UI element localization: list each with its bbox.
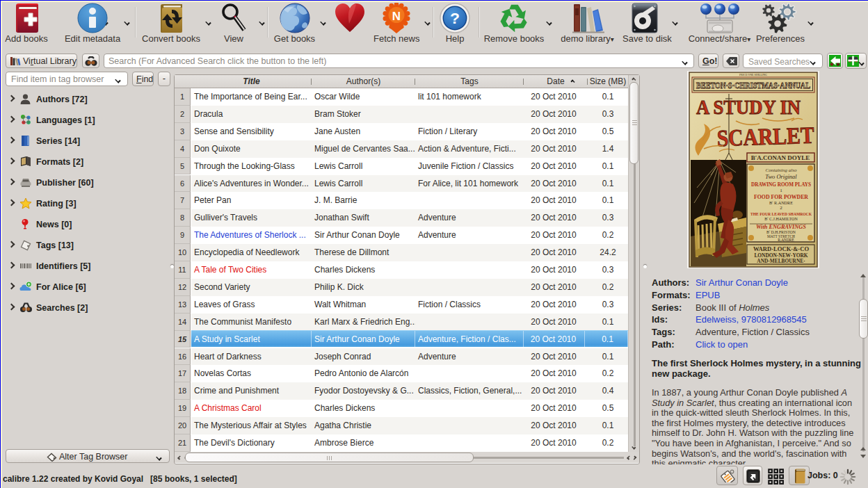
svg-text:SCARLET: SCARLET xyxy=(716,122,814,152)
svg-text:WARD·LOCK·&·CO: WARD·LOCK·&·CO xyxy=(753,245,810,252)
svg-text:Containing also: Containing also xyxy=(766,168,797,173)
svg-text:R.ANDRÉ: R.ANDRÉ xyxy=(778,237,794,242)
svg-text:Bʹ R.ANDRE: Bʹ R.ANDRE xyxy=(769,200,793,205)
svg-text:FOOD FOR POWDER: FOOD FOR POWDER xyxy=(754,193,809,200)
svg-text:2: 2 xyxy=(780,205,782,211)
svg-text:BʹA.CONAN DOYLE: BʹA.CONAN DOYLE xyxy=(751,154,810,161)
svg-text:PRICE ONE SHILLING: PRICE ONE SHILLING xyxy=(739,73,767,76)
svg-text:THE FOUR LEAVED SHAMROCK: THE FOUR LEAVED SHAMROCK xyxy=(750,211,812,216)
svg-text:DRAWING ROOM PLAYS: DRAWING ROOM PLAYS xyxy=(751,181,811,188)
svg-text:AND·MELBOURNE·: AND·MELBOURNE· xyxy=(757,258,805,264)
svg-text:Two Original: Two Original xyxy=(765,173,797,180)
svg-text:?: ? xyxy=(450,9,460,27)
svg-text:A STUDY IN: A STUDY IN xyxy=(696,96,801,118)
svg-text:Bʹ C.J.HAMILTON: Bʹ C.J.HAMILTON xyxy=(764,217,798,221)
svg-text:1: 1 xyxy=(780,188,782,193)
svg-text:BEETON·S·CHRISTMAS·ANNUAL: BEETON·S·CHRISTMAS·ANNUAL xyxy=(696,81,810,90)
svg-text:With ENGRAVINGS: With ENGRAVINGS xyxy=(756,224,807,230)
svg-text:N: N xyxy=(392,10,401,23)
